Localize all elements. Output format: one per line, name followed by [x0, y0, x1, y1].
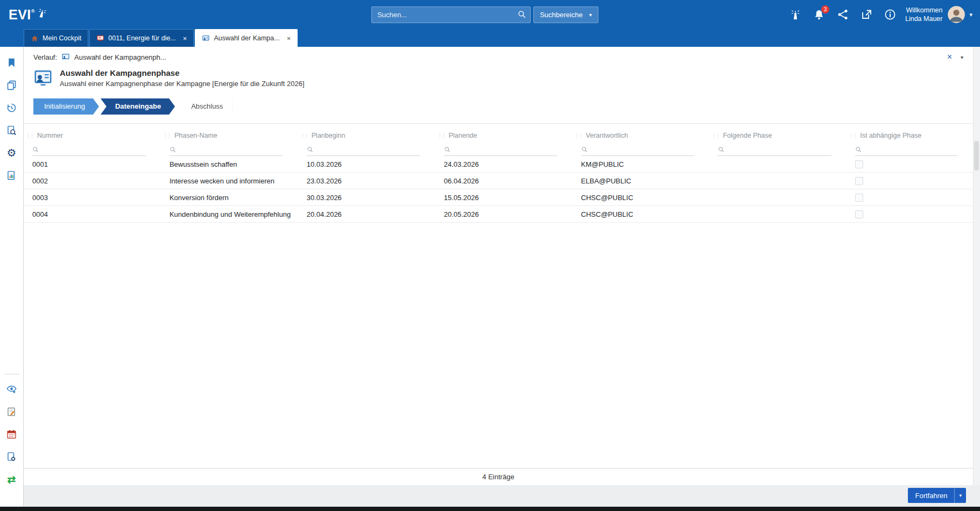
sidebar-document-search-icon[interactable] [5, 123, 19, 137]
sidebar: ⚙ ⇄ [0, 47, 24, 507]
dependent-phase-cell [847, 210, 973, 218]
column-header[interactable]: ⋮⋮Ist abhängige Phase [847, 129, 973, 142]
tab-close-icon[interactable]: × [183, 35, 187, 42]
dependent-phase-cell [847, 193, 973, 202]
tab-auswahl-kampagnenphase[interactable]: Auswahl der Kampa... × [195, 29, 298, 47]
column-header[interactable]: ⋮⋮Phasen-Name [161, 129, 298, 142]
open-external-icon[interactable] [860, 8, 873, 21]
table-row[interactable]: 0004Kundenbindung und Weiterempfehlung20… [24, 206, 973, 223]
column-header-label: Nummer [37, 132, 63, 139]
wizard-step-dateneingabe[interactable]: Dateneingabe [101, 98, 175, 115]
page-subtitle: Auswahl einer Kampagnenphase der Kampagn… [60, 80, 305, 88]
filter-search-icon [32, 146, 39, 153]
tab-mein-cockpit[interactable]: Mein Cockpit [24, 29, 88, 47]
home-icon [31, 34, 39, 42]
history-breadcrumb-bar: Verlauf: Auswahl der Kampagnenph... × ▾ [24, 47, 973, 67]
close-workflow-icon[interactable]: × [947, 53, 952, 61]
sidebar-notes-icon[interactable] [5, 404, 19, 418]
table-cell: Konversion fördern [161, 194, 298, 202]
column-grip-icon: ⋮⋮ [163, 133, 171, 138]
table-row[interactable]: 0003Konversion fördern30.03.202615.05.20… [24, 189, 973, 206]
logo-text: EVI [9, 7, 31, 23]
user-avatar[interactable] [948, 6, 965, 23]
dependent-phase-cell [847, 176, 973, 185]
sidebar-bookmarks-icon[interactable] [5, 55, 19, 69]
column-header[interactable]: ⋮⋮Planbeginn [298, 129, 435, 142]
info-icon[interactable] [884, 8, 897, 21]
column-filter[interactable] [435, 142, 573, 156]
column-grip-icon: ⋮⋮ [438, 133, 445, 138]
table-cell: 0001 [24, 160, 161, 168]
column-filter[interactable] [573, 142, 710, 156]
table-cell: 24.03.2026 [435, 160, 573, 168]
table-filter-row [24, 142, 973, 156]
sidebar-document-settings-icon[interactable] [5, 450, 19, 464]
column-header[interactable]: ⋮⋮Nummer [24, 129, 161, 142]
column-header-label: Verantwortlich [586, 132, 629, 139]
column-header[interactable]: ⋮⋮Planende [435, 129, 573, 142]
column-header-label: Ist abhängige Phase [860, 132, 921, 139]
table-header-row: ⋮⋮Nummer⋮⋮Phasen-Name⋮⋮Planbeginn⋮⋮Plane… [24, 129, 973, 142]
filter-search-icon [307, 146, 314, 153]
continue-dropdown-arrow-icon[interactable]: ▾ [954, 488, 966, 503]
dependent-phase-checkbox[interactable] [855, 177, 863, 185]
notifications-bell-icon[interactable]: 3 [813, 8, 826, 21]
dependent-phase-checkbox[interactable] [855, 210, 863, 218]
sidebar-watchlist-eye-icon[interactable] [5, 382, 19, 396]
column-filter[interactable] [24, 142, 161, 156]
table-cell: 20.05.2026 [435, 210, 573, 218]
breadcrumb-item[interactable]: Auswahl der Kampagnenph... [74, 53, 166, 61]
sidebar-history-icon[interactable] [5, 101, 19, 115]
tab-close-icon[interactable]: × [287, 35, 291, 42]
search-input[interactable] [371, 6, 531, 23]
filter-search-icon [855, 146, 862, 153]
search-icon[interactable] [518, 10, 526, 19]
column-grip-icon: ⋮⋮ [26, 133, 33, 138]
column-header[interactable]: ⋮⋮Verantwortlich [573, 129, 710, 142]
column-filter[interactable] [709, 142, 847, 156]
column-header[interactable]: ⋮⋮Folgende Phase [709, 129, 847, 142]
continue-button[interactable]: Fortfahren ▾ [908, 488, 966, 503]
collapse-chevron-icon[interactable]: ▾ [961, 54, 963, 60]
sidebar-pages-icon[interactable] [5, 78, 19, 92]
topbar: EVI® Suchbereiche ▾ 3 [0, 0, 980, 29]
dependent-phase-cell [847, 160, 973, 168]
bottom-action-bar: Fortfahren ▾ [24, 485, 980, 507]
sidebar-calendar-icon[interactable] [5, 427, 19, 441]
tab-label: 0011, Energie für die... [108, 34, 176, 42]
page-title: Auswahl der Kampagnenphase [60, 68, 305, 77]
table-row[interactable]: 0002Interesse wecken und informieren23.0… [24, 173, 973, 189]
column-header-label: Planbeginn [312, 132, 346, 139]
column-header-label: Planende [449, 132, 477, 139]
sidebar-report-document-icon[interactable] [5, 168, 19, 182]
column-grip-icon: ⋮⋮ [300, 133, 308, 138]
sidebar-divider [4, 374, 19, 374]
column-grip-icon: ⋮⋮ [711, 133, 719, 138]
vertical-scrollbar[interactable] [973, 47, 980, 485]
filter-search-icon [718, 146, 725, 153]
table-cell: KM@PUBLIC [573, 160, 710, 168]
entries-count: 4 Einträge [24, 468, 973, 485]
logo-registered-mark: ® [31, 9, 35, 14]
chevron-down-icon: ▾ [589, 12, 592, 18]
table-cell: CHSC@PUBLIC [573, 210, 710, 218]
wizard-step-initialisierung[interactable]: Initialisierung [33, 98, 99, 115]
search-scope-dropdown[interactable]: Suchbereiche ▾ [533, 6, 598, 23]
column-filter[interactable] [847, 142, 973, 156]
wizard-step-abschluss[interactable]: Abschluss [177, 98, 232, 115]
tab-energie-kampagne[interactable]: 0011, Energie für die... × [89, 29, 194, 47]
column-filter[interactable] [161, 142, 298, 156]
dependent-phase-checkbox[interactable] [855, 160, 863, 168]
scrollbar-thumb[interactable] [974, 141, 979, 171]
dependent-phase-checkbox[interactable] [855, 194, 863, 202]
user-menu-chevron-icon[interactable]: ▾ [969, 11, 972, 18]
search-scope-label: Suchbereiche [540, 11, 583, 19]
sidebar-settings-gear-icon[interactable]: ⚙ [5, 146, 19, 160]
table-row[interactable]: 0001Bewusstsein schaffen10.03.202624.03.… [24, 156, 973, 173]
beacon-icon[interactable] [789, 8, 802, 21]
sidebar-swap-icon[interactable]: ⇄ [5, 472, 19, 486]
share-icon[interactable] [836, 8, 849, 21]
lighthouse-icon [36, 6, 48, 19]
column-filter[interactable] [298, 142, 435, 156]
column-header-label: Folgende Phase [723, 132, 772, 139]
